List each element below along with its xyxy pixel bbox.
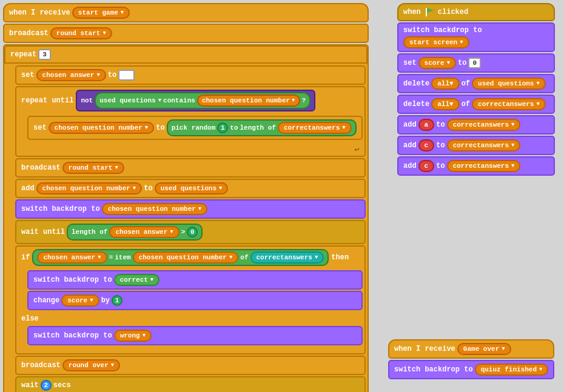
all-of-correct-pill[interactable]: all▼ [431,98,459,110]
set-cqn-block[interactable]: set chosen question number ▼ to pick ran… [27,116,363,140]
round-start-pill-2[interactable]: round start ▼ [62,162,124,174]
repeat-until-block[interactable]: repeat until not used questions ▼ contai… [15,86,366,157]
add-a-correctanswers[interactable]: add a to correctanswers ▼ [397,115,555,135]
when-clicked-block[interactable]: when clicked [397,3,555,21]
flag-icon [424,7,435,18]
random-from[interactable]: 1 [217,122,228,133]
add-c2-correctanswers[interactable]: add c to correctanswers ▼ [397,156,555,176]
if-block[interactable]: if chosen answer ▼ = item chosen questio… [15,245,366,354]
add-to-used-questions[interactable]: add chosen question number ▼ to used que… [15,179,366,198]
switch-wrong-block[interactable]: switch backdrop to wrong ▼ [27,326,363,345]
round-start-pill[interactable]: round start ▼ [50,27,112,39]
score-var-pill[interactable]: score ▼ [61,294,99,307]
a-val-pill[interactable]: a [418,119,435,131]
switch-correct-block[interactable]: switch backdrop to correct ▼ [27,270,363,290]
switch-start-screen[interactable]: switch backdrop to start screen ▼ [397,22,555,52]
cqn-backdrop-pill[interactable]: chosen question number ▼ [102,203,208,215]
correctanswers-pill[interactable]: correctanswers ▼ [278,122,352,134]
wait-secs-block[interactable]: wait 2 secs [15,376,366,392]
not-block[interactable]: not used questions ▼ contains chosen que… [76,90,315,111]
length-gt-block[interactable]: length of chosen answer ▼ > 0 [67,224,203,241]
start-screen-pill[interactable]: start screen ▼ [403,36,469,48]
if-condition[interactable]: chosen answer ▼ = item chosen question n… [32,249,329,266]
score-pill-right[interactable]: score ▼ [418,57,456,69]
switch-backdrop-cqn[interactable]: switch backdrop to chosen question numbe… [15,199,366,219]
wait-until-block[interactable]: wait until length of chosen answer ▼ > 0 [15,220,366,244]
change-by-value[interactable]: 1 [112,295,123,306]
svg-rect-0 [426,8,427,16]
set-value-input[interactable] [118,70,135,81]
dropdown-arrow: ▼ [121,10,124,16]
chosen-answer-if-pill[interactable]: chosen answer ▼ [37,251,107,264]
round-over-pill[interactable]: round over ▼ [62,359,120,371]
gt-value[interactable]: 0 [187,227,198,238]
chosen-question-number-pill[interactable]: chosen question number ▼ [197,95,300,107]
broadcast-round-start-block[interactable]: broadcast round start ▼ [3,24,369,43]
svg-marker-1 [427,8,434,13]
when-receive-game-over[interactable]: when I receive Game over ▼ [388,339,554,359]
c2-val-pill[interactable]: c [418,160,435,172]
wrong-pill[interactable]: wrong ▼ [114,330,152,342]
correct-pill[interactable]: correct ▼ [114,274,160,286]
correctanswers-of-pill[interactable]: correctanswers ▼ [250,251,324,264]
start-game-pill[interactable]: start game ▼ [72,7,130,19]
repeat-count[interactable]: 3 [38,49,51,60]
wait-num[interactable]: 2 [41,380,52,391]
right-top-script: when clicked switch backdrop to start sc… [397,3,555,176]
cqn-item-pill[interactable]: chosen question number ▼ [133,251,239,264]
used-questions-pill[interactable]: used questions ▼ [155,182,229,194]
add-c1-correctanswers[interactable]: add c to correctanswers ▼ [397,136,555,155]
game-over-receive-pill[interactable]: Game over ▼ [457,343,511,355]
when-receive-label: when I receive [9,8,70,17]
chosen-answer-var[interactable]: chosen answer ▼ [36,69,106,81]
c1-val-pill[interactable]: c [418,139,435,151]
pick-random-block[interactable]: pick random 1 to length of correctanswer… [167,119,357,136]
used-questions-right-pill[interactable]: used questions ▼ [472,78,546,90]
quiuz-finished-pill[interactable]: quiuz finished ▼ [475,364,549,376]
cqn-var[interactable]: chosen question number ▼ [49,122,155,134]
used-questions-contains[interactable]: used questions ▼ contains chosen questio… [95,92,311,109]
loop-arrow: ↩ [354,144,359,154]
all-of-used-pill[interactable]: all▼ [431,78,459,90]
repeat-block[interactable]: repeat 3 set chosen answer ▼ to repeat u… [3,44,369,392]
chosen-answer-length-pill[interactable]: chosen answer ▼ [109,226,179,238]
left-script: when I receive start game ▼ broadcast ro… [3,3,369,392]
correctanswers-right-pill[interactable]: correctanswers ▼ [472,98,546,110]
cqn-pill-add[interactable]: chosen question number ▼ [36,182,143,194]
delete-correctanswers[interactable]: delete all▼ of correctanswers ▼ [397,95,555,114]
correctanswers-add-1-pill[interactable]: correctanswers ▼ [447,119,521,131]
right-bottom-script: when I receive Game over ▼ switch backdr… [388,339,554,379]
set-score-block[interactable]: set score ▼ to 0 [397,53,555,73]
correctanswers-add-2-pill[interactable]: correctanswers ▼ [447,139,521,151]
broadcast-round-over[interactable]: broadcast round over ▼ [15,356,366,375]
broadcast-round-start-2[interactable]: broadcast round start ▼ [15,158,366,178]
set-chosen-answer-block[interactable]: set chosen answer ▼ to [15,65,366,85]
score-value[interactable]: 0 [468,58,481,68]
switch-quiuz-finished[interactable]: switch backdrop to quiuz finished ▼ [388,360,554,379]
when-receive-block[interactable]: when I receive start game ▼ [3,3,369,22]
correctanswers-add-3-pill[interactable]: correctanswers ▼ [447,160,521,172]
change-score-block[interactable]: change score ▼ by 1 [27,291,363,310]
delete-used-questions[interactable]: delete all▼ of used questions ▼ [397,74,555,93]
